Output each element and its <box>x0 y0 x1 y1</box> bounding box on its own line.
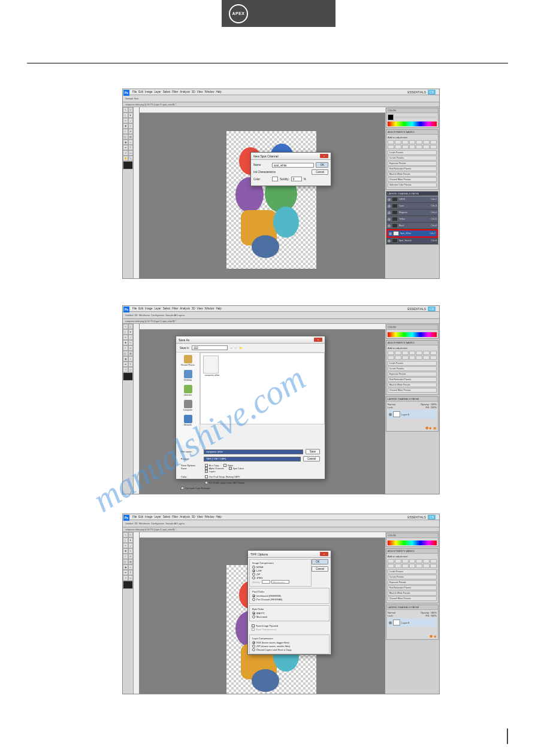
preset-item[interactable]: Levels Presets <box>388 150 437 155</box>
panel-icon[interactable]: ◆ <box>434 634 437 638</box>
options-bar[interactable]: Sample Size <box>123 95 439 102</box>
adjustments-panel[interactable]: ADJUSTMENTS MASKS Add an adjustment Leve… <box>386 548 439 603</box>
layers-panel[interactable]: LAYERS CHANNELS PATHS NormalOpacity:100%… <box>386 605 439 640</box>
blur-tool-icon[interactable]: ◉ <box>123 139 128 145</box>
icc-checkbox[interactable]: ICC Profile: Japan Color 2001 Coated <box>205 481 244 484</box>
proof-checkbox[interactable]: Use Proof Setup: Working CMYK <box>205 475 244 478</box>
back-icon[interactable]: ← <box>230 347 233 350</box>
cancel-button[interactable]: Cancel <box>303 456 320 462</box>
place-desktop[interactable]: Desktop <box>177 370 198 381</box>
toolbox[interactable]: ↖◻ ⟆✦ ✂⟋ ✚✎ ⎍↺ ◫▤ ◉○ ✒T ↗▭ <box>123 532 134 694</box>
menu-edit[interactable]: Edit <box>138 307 143 310</box>
visibility-icon[interactable] <box>388 218 391 221</box>
panel-icon[interactable]: ◆ <box>429 426 432 430</box>
name-input[interactable]: spot_white <box>272 163 314 168</box>
new-folder-icon[interactable]: 📁 <box>239 347 243 350</box>
menu-analysis[interactable]: Analysis <box>180 307 190 310</box>
move-tool-icon[interactable]: ↖ <box>123 324 128 329</box>
visibility-icon[interactable] <box>389 621 392 624</box>
save-button[interactable]: Save <box>306 449 320 454</box>
close-icon[interactable]: × <box>314 338 322 342</box>
menu-layer[interactable]: Layer <box>155 90 161 93</box>
options-bar[interactable]: Untitled 3D Wireframe Configurator Sampl… <box>123 312 439 319</box>
preset-list[interactable]: Levels Presets Curves Presets Exposure P… <box>388 150 437 187</box>
menu-bar[interactable]: File Edit Image Layer Select Filter Anal… <box>123 514 439 520</box>
fg-bg-color-icon[interactable] <box>123 372 133 381</box>
marquee-tool-icon[interactable]: ◻ <box>128 107 134 113</box>
panel-icon[interactable]: ▣ <box>433 426 437 430</box>
menu-image[interactable]: Image <box>145 307 153 310</box>
menu-analysis[interactable]: Analysis <box>180 90 190 93</box>
layers-checkbox[interactable]: Layers <box>205 470 320 473</box>
adjustments-panel[interactable]: ADJUSTMENTS MASKS Add an adjustment Leve… <box>386 340 439 395</box>
menu-3d[interactable]: 3D <box>192 307 195 310</box>
toolbox[interactable]: ↖◻ ⟆✦ ✂⟋ ✚✎ ⎍↺ ◫▤ ◉○ ✒T ↗▭ <box>123 324 134 494</box>
close-icon[interactable]: × <box>320 552 328 556</box>
hand-tool-icon[interactable]: ✋ <box>123 156 128 161</box>
paths-tab[interactable]: PATHS <box>412 192 419 195</box>
menu-image[interactable]: Image <box>145 90 153 93</box>
layers-panel[interactable]: LAYERS CHANNELS PATHS NormalOpacity:100%… <box>386 396 439 432</box>
cancel-button[interactable]: Cancel <box>312 169 328 175</box>
menu-3d[interactable]: 3D <box>192 90 195 93</box>
menu-bar[interactable]: File Edit Image Layer Select Filter Anal… <box>123 89 439 95</box>
heal-tool-icon[interactable]: ✚ <box>123 123 128 129</box>
place-recent[interactable]: Recent Places <box>177 355 198 366</box>
spot-colors-checkbox[interactable]: Spot Colors <box>229 467 244 470</box>
format-dropdown[interactable]: TIFF (*.TIF;*.TIFF) <box>204 457 301 462</box>
masks-tab[interactable]: MASKS <box>406 130 415 133</box>
byte-mac[interactable]: Macintosh <box>252 615 327 618</box>
channels-panel[interactable]: LAYERS CHANNELS PATHS CMYKCtrl+2 CyanCtr… <box>386 191 439 245</box>
dialog-titlebar[interactable]: Save As × <box>176 336 325 344</box>
canvas-area[interactable]: New Spot Channel × Name: spot_white OK I… <box>134 107 385 278</box>
visibility-icon[interactable] <box>388 211 391 214</box>
color-tab[interactable]: COLOR <box>388 109 396 112</box>
path-tool-icon[interactable]: ↗ <box>123 150 128 156</box>
layer-row[interactable]: Layer 0 <box>388 618 437 627</box>
document-tab[interactable]: compress white.png @ 56.7% (Layer 0, spo… <box>125 104 176 106</box>
adjustments-panel[interactable]: ADJUSTMENTS MASKS Add an adjustment Leve… <box>386 129 439 190</box>
lowercase-checkbox[interactable]: Use Lower Case Extension <box>181 487 320 490</box>
visibility-icon[interactable] <box>388 205 391 208</box>
wand-tool-icon[interactable]: ✦ <box>128 113 134 118</box>
pixel-per-channel[interactable]: Per Channel (RRGGBB) <box>252 598 327 601</box>
menu-select[interactable]: Select <box>163 307 171 310</box>
place-computer[interactable]: Computer <box>177 400 198 411</box>
visibility-icon[interactable] <box>389 413 392 416</box>
visibility-icon[interactable] <box>388 224 391 227</box>
document-tab[interactable]: compress white.png @ 56.7% (Layer 0, spo… <box>125 529 176 531</box>
visibility-icon[interactable] <box>388 198 391 201</box>
zoom-tool-icon[interactable]: 🔍 <box>128 156 134 161</box>
menu-layer[interactable]: Layer <box>155 307 161 310</box>
type-tool-icon[interactable]: T <box>128 145 134 150</box>
doc-tab-bar[interactable]: compress white.png @ 56.7% (Layer 0, spo… <box>123 102 439 107</box>
menu-filter[interactable]: Filter <box>172 90 178 93</box>
preset-item[interactable]: Channel Mixer Presets <box>388 177 437 182</box>
crop-tool-icon[interactable]: ✂ <box>123 118 128 123</box>
menu-view[interactable]: View <box>197 90 203 93</box>
color-panel[interactable]: COLOR <box>386 533 439 547</box>
history-brush-icon[interactable]: ↺ <box>128 129 134 134</box>
fg-bg-color-icon[interactable] <box>123 161 133 169</box>
canvas-area[interactable]: Save As × Save in: 222 ← ↑ 📁 Recent Plac… <box>134 324 385 494</box>
lasso-tool-icon[interactable]: ⟆ <box>123 113 128 118</box>
visibility-icon[interactable] <box>388 239 391 242</box>
place-network[interactable]: Network <box>177 415 198 426</box>
layer-row[interactable]: Layer 0 <box>388 410 437 418</box>
move-tool-icon[interactable]: ↖ <box>123 107 128 113</box>
compression-zip[interactable]: ZIP <box>252 573 309 576</box>
layer-discard[interactable]: Discard Layers and Save a Copy <box>252 648 327 651</box>
solidity-input[interactable]: 0 <box>291 177 302 181</box>
file-browser[interactable]: compress white <box>200 353 325 424</box>
menu-bar[interactable]: File Edit Image Layer Select Filter Anal… <box>123 306 439 312</box>
gradient-tool-icon[interactable]: ▤ <box>128 134 134 139</box>
shape-tool-icon[interactable]: ▭ <box>128 150 134 156</box>
cancel-button[interactable]: Cancel <box>312 566 328 572</box>
options-bar[interactable]: Untitled 3D Wireframe Configurator Sampl… <box>123 520 439 527</box>
doc-tab-bar[interactable]: compress white.png @ 56.7% (Layer 0, spo… <box>123 319 439 324</box>
save-pyramid-checkbox[interactable]: Save Image Pyramid <box>252 624 327 627</box>
panel-icon[interactable]: ⬢ <box>430 634 433 638</box>
up-icon[interactable]: ↑ <box>235 347 237 350</box>
channels-tab[interactable]: CHANNELS <box>398 192 411 195</box>
filename-input[interactable]: compress white <box>204 450 303 454</box>
